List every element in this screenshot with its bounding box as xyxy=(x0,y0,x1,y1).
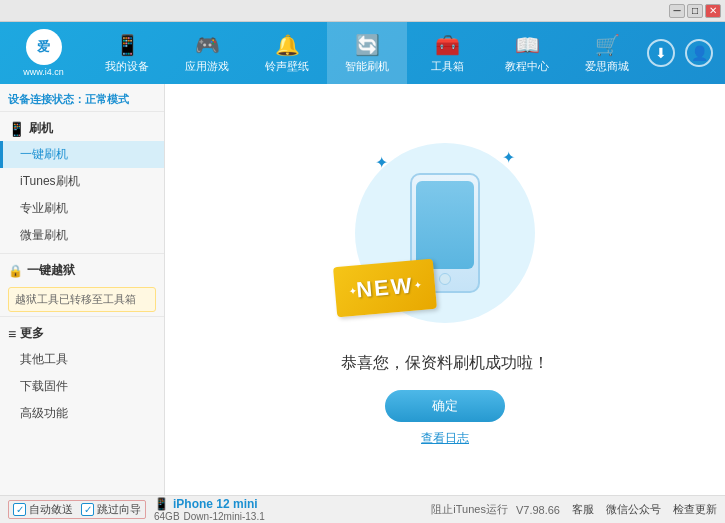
nav-smart-flash-label: 智能刷机 xyxy=(345,59,389,74)
phone-illustration: ✦ ✦ ✦ NEW ✦ xyxy=(345,133,545,333)
phone-home-button xyxy=(439,273,451,285)
sidebar-item-other-tools[interactable]: 其他工具 xyxy=(0,346,164,373)
checkbox-auto-startup-label: 自动敛送 xyxy=(29,502,73,517)
history-link[interactable]: 查看日志 xyxy=(421,430,469,447)
nav-ringtone[interactable]: 🔔 铃声壁纸 xyxy=(247,22,327,84)
checkbox-auto-startup-box xyxy=(13,503,26,516)
sidebar-item-one-key-flash[interactable]: 一键刷机 xyxy=(0,141,164,168)
sidebar: 设备连接状态：正常模式 📱 刷机 一键刷机 iTunes刷机 专业刷机 微量刷机… xyxy=(0,84,165,495)
nav-ringtone-icon: 🔔 xyxy=(275,33,300,57)
sparkle-right-icon: ✦ xyxy=(413,279,422,291)
content-area: ✦ ✦ ✦ NEW ✦ 恭喜您，保资料刷机成功啦！ 确定 查看日志 xyxy=(165,84,725,495)
jailbreak-section-label: 一键越狱 xyxy=(27,262,75,279)
device-storage: 64GB xyxy=(154,511,180,522)
logo-url: www.i4.cn xyxy=(23,67,64,77)
nav-ringtone-label: 铃声壁纸 xyxy=(265,59,309,74)
device-version: Down-12mini-13.1 xyxy=(184,511,265,522)
bottom-bar: 自动敛送 跳过向导 📱 iPhone 12 mini 64GB Down-12m… xyxy=(0,495,725,523)
itunes-status: 阻止iTunes运行 xyxy=(423,502,516,517)
checkbox-guide-box xyxy=(81,503,94,516)
maximize-btn[interactable]: □ xyxy=(687,4,703,18)
checkbox-guide[interactable]: 跳过向导 xyxy=(81,502,141,517)
section-jailbreak: 🔒 一键越狱 xyxy=(0,258,164,283)
sidebar-item-download-firmware[interactable]: 下载固件 xyxy=(0,373,164,400)
sidebar-item-advanced[interactable]: 高级功能 xyxy=(0,400,164,427)
nav-smart-flash[interactable]: 🔄 智能刷机 xyxy=(327,22,407,84)
header-right: ⬇ 👤 xyxy=(647,39,725,67)
nav-tutorial-label: 教程中心 xyxy=(505,59,549,74)
sidebar-item-micro-flash[interactable]: 微量刷机 xyxy=(0,222,164,249)
header: 爱 www.i4.cn 📱 我的设备 🎮 应用游戏 🔔 铃声壁纸 🔄 智能刷机 … xyxy=(0,22,725,84)
main-area: 设备连接状态：正常模式 📱 刷机 一键刷机 iTunes刷机 专业刷机 微量刷机… xyxy=(0,84,725,495)
sidebar-item-itunes-flash[interactable]: iTunes刷机 xyxy=(0,168,164,195)
nav-my-device[interactable]: 📱 我的设备 xyxy=(87,22,167,84)
phone-screen xyxy=(416,181,474,269)
more-section-icon: ≡ xyxy=(8,326,16,342)
minimize-btn[interactable]: ─ xyxy=(669,4,685,18)
close-btn[interactable]: ✕ xyxy=(705,4,721,18)
nav-toolbox-icon: 🧰 xyxy=(435,33,460,57)
status-label: 设备连接状态： xyxy=(8,93,85,105)
confirm-button[interactable]: 确定 xyxy=(385,390,505,422)
nav-smart-flash-icon: 🔄 xyxy=(355,33,380,57)
nav-app-game-label: 应用游戏 xyxy=(185,59,229,74)
flash-section-label: 刷机 xyxy=(29,120,53,137)
nav-app-game-icon: 🎮 xyxy=(195,33,220,57)
status-value: 正常模式 xyxy=(85,93,129,105)
nav-mall-label: 爱思商城 xyxy=(585,59,629,74)
nav-bar: 📱 我的设备 🎮 应用游戏 🔔 铃声壁纸 🔄 智能刷机 🧰 工具箱 📖 教程中心… xyxy=(87,22,647,84)
new-ribbon: ✦ NEW ✦ xyxy=(333,258,437,317)
sidebar-item-pro-flash[interactable]: 专业刷机 xyxy=(0,195,164,222)
section-flash: 📱 刷机 xyxy=(0,116,164,141)
user-btn[interactable]: 👤 xyxy=(685,39,713,67)
nav-tutorial-icon: 📖 xyxy=(515,33,540,57)
nav-app-game[interactable]: 🎮 应用游戏 xyxy=(167,22,247,84)
nav-tutorial[interactable]: 📖 教程中心 xyxy=(487,22,567,84)
bottom-left-area: 自动敛送 跳过向导 📱 iPhone 12 mini 64GB Down-12m… xyxy=(8,497,423,522)
jailbreak-notice: 越狱工具已转移至工具箱 xyxy=(8,287,156,312)
success-message: 恭喜您，保资料刷机成功啦！ xyxy=(341,353,549,374)
checkbox-group: 自动敛送 跳过向导 xyxy=(8,500,146,519)
bottom-right-area: V7.98.66 客服 微信公众号 检查更新 xyxy=(516,502,717,517)
checkbox-guide-label: 跳过向导 xyxy=(97,502,141,517)
divider-1 xyxy=(0,253,164,254)
nav-my-device-label: 我的设备 xyxy=(105,59,149,74)
star-top-left-icon: ✦ xyxy=(375,153,388,172)
checkbox-auto-startup[interactable]: 自动敛送 xyxy=(13,502,73,517)
star-top-right-icon: ✦ xyxy=(502,148,515,167)
status-bar: 设备连接状态：正常模式 xyxy=(0,88,164,112)
link-wechat-public[interactable]: 微信公众号 xyxy=(606,502,661,517)
link-customer-service[interactable]: 客服 xyxy=(572,502,594,517)
logo-area[interactable]: 爱 www.i4.cn xyxy=(0,22,87,84)
logo-icon: 爱 xyxy=(26,29,62,65)
divider-2 xyxy=(0,316,164,317)
lock-icon: 🔒 xyxy=(8,264,23,278)
nav-mall-icon: 🛒 xyxy=(595,33,620,57)
download-btn[interactable]: ⬇ xyxy=(647,39,675,67)
nav-toolbox-label: 工具箱 xyxy=(431,59,464,74)
version-label: V7.98.66 xyxy=(516,504,560,516)
flash-section-icon: 📱 xyxy=(8,121,25,137)
device-phone-icon: 📱 xyxy=(154,497,169,511)
section-more: ≡ 更多 xyxy=(0,321,164,346)
device-info: 📱 iPhone 12 mini 64GB Down-12mini-13.1 xyxy=(154,497,265,522)
new-text: NEW xyxy=(355,272,414,303)
nav-toolbox[interactable]: 🧰 工具箱 xyxy=(407,22,487,84)
link-check-update[interactable]: 检查更新 xyxy=(673,502,717,517)
more-section-label: 更多 xyxy=(20,325,44,342)
device-name: iPhone 12 mini xyxy=(173,497,258,511)
title-bar: ─ □ ✕ xyxy=(0,0,725,22)
nav-mall[interactable]: 🛒 爱思商城 xyxy=(567,22,647,84)
nav-my-device-icon: 📱 xyxy=(115,33,140,57)
